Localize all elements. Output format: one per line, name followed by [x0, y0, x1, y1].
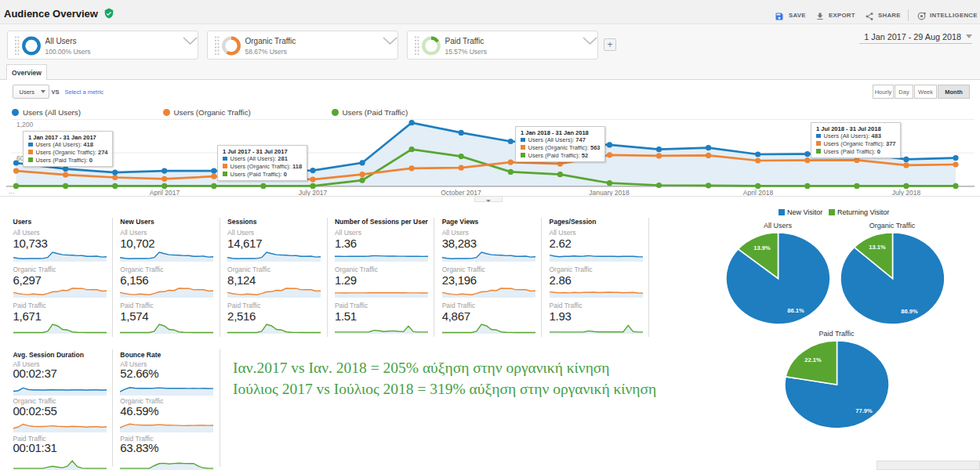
svg-text:13.9%: 13.9%: [753, 244, 771, 251]
svg-text:86.9%: 86.9%: [901, 308, 918, 315]
svg-text:86.1%: 86.1%: [787, 307, 804, 314]
svg-text:77.9%: 77.9%: [855, 407, 873, 414]
svg-text:22.1%: 22.1%: [804, 356, 822, 363]
svg-text:13.1%: 13.1%: [869, 244, 886, 251]
